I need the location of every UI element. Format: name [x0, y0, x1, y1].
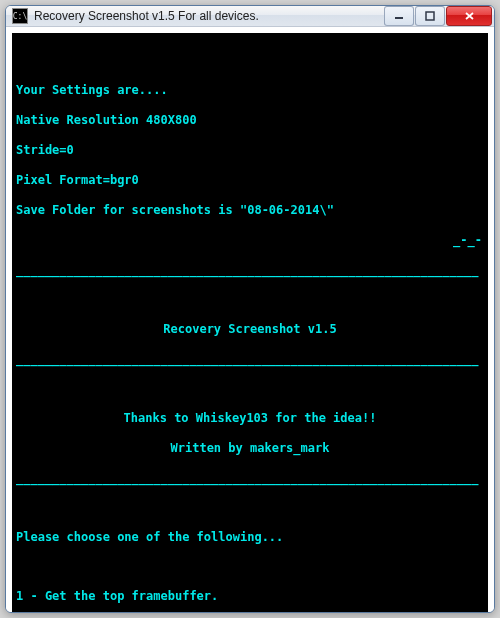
banner-title: Recovery Screenshot v1.5: [16, 322, 484, 337]
maximize-icon: [425, 11, 435, 21]
settings-save-folder: Save Folder for screenshots is "08-06-20…: [16, 203, 484, 218]
divider-top: ________________________________________…: [16, 263, 484, 278]
banner-thanks: Thanks to Whiskey103 for the idea!!: [16, 411, 484, 426]
divider-mid: ________________________________________…: [16, 352, 484, 367]
minimize-button[interactable]: [384, 6, 414, 26]
menu-item-1: 1 - Get the top framebuffer.: [16, 589, 484, 604]
console-frame: Your Settings are.... Native Resolution …: [6, 27, 494, 613]
divider-bottom: ________________________________________…: [16, 471, 484, 486]
cmd-icon: C:\: [12, 8, 28, 24]
settings-pixel-format: Pixel Format=bgr0: [16, 173, 484, 188]
titlebar[interactable]: C:\ Recovery Screenshot v1.5 For all dev…: [6, 6, 494, 27]
window-title: Recovery Screenshot v1.5 For all devices…: [34, 9, 384, 23]
maximize-button[interactable]: [415, 6, 445, 26]
close-icon: [464, 11, 475, 21]
svg-rect-0: [395, 17, 403, 19]
settings-header: Your Settings are....: [16, 83, 484, 98]
settings-resolution: Native Resolution 480X800: [16, 113, 484, 128]
window-controls: [384, 6, 492, 26]
svg-rect-1: [426, 12, 434, 20]
menu-prompt: Please choose one of the following...: [16, 530, 484, 545]
console-output[interactable]: Your Settings are.... Native Resolution …: [12, 33, 488, 613]
minimize-icon: [394, 11, 404, 21]
settings-stride: Stride=0: [16, 143, 484, 158]
close-button[interactable]: [446, 6, 492, 26]
banner-author: Written by makers_mark: [16, 441, 484, 456]
banner-tag: _-_-: [16, 233, 484, 248]
app-window: C:\ Recovery Screenshot v1.5 For all dev…: [5, 5, 495, 613]
